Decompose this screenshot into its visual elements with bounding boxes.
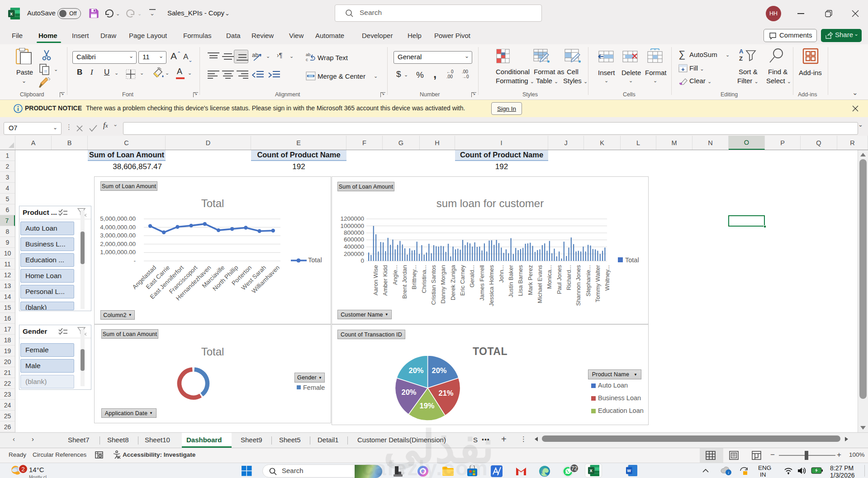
svg-text:w: w bbox=[627, 468, 631, 473]
svg-text:x: x bbox=[590, 468, 593, 473]
